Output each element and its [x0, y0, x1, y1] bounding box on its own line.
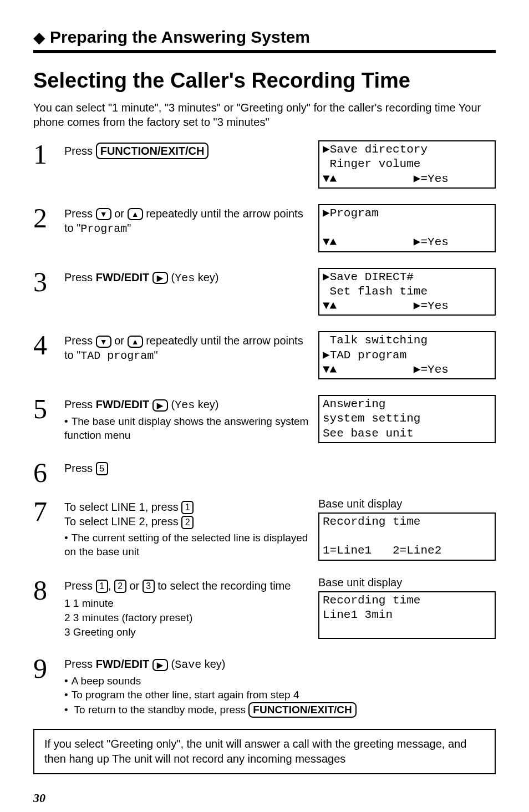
step-notes: A beep sounds To program the other line,…	[64, 674, 496, 718]
step-body: Press 5	[64, 459, 309, 476]
lcd-line: Line1 3min	[323, 608, 491, 622]
step-6: 6 Press 5	[33, 459, 496, 486]
lcd-screen: Talk switching ▶TAD program ▼▲ ▶=Yes	[318, 331, 496, 379]
steps-list: 1 Press FUNCTION/EXIT/CH ▶Save directory…	[33, 140, 496, 718]
lcd-line: ▼▲ ▶=Yes	[323, 172, 491, 186]
step-text: To select LINE 2, press	[64, 515, 181, 527]
step-display: Base unit display Recording time Line1 3…	[318, 576, 496, 644]
key-5: 5	[96, 462, 108, 475]
step-8: 8 Press 1, 2 or 3 to select the recordin…	[33, 576, 496, 644]
fwd-edit-label: FWD/EDIT	[96, 398, 150, 410]
lcd-line: See base unit	[323, 427, 491, 441]
program-word: TAD program	[80, 349, 154, 362]
section-divider	[33, 50, 496, 53]
step-text: or	[114, 207, 127, 220]
lcd-line: Ringer volume	[323, 157, 491, 171]
key-3: 3	[143, 580, 155, 593]
lcd-line: ▶Save DIRECT#	[323, 270, 491, 285]
step-body: Press ▼ or ▲ repeatedly until the arrow …	[64, 331, 309, 363]
step-1: 1 Press FUNCTION/EXIT/CH ▶Save directory…	[33, 140, 496, 193]
step-text: or	[114, 334, 127, 347]
step-display: ▶Save directory Ringer volume ▼▲ ▶=Yes	[318, 140, 496, 193]
function-exit-ch-key: FUNCTION/EXIT/CH	[96, 143, 209, 159]
step-body: Press ▼ or ▲ repeatedly until the arrow …	[64, 204, 309, 236]
down-arrow-key: ▼	[96, 336, 111, 348]
step-text: Press	[64, 658, 96, 670]
lcd-screen: ▶Save directory Ringer volume ▼▲ ▶=Yes	[318, 140, 496, 189]
step-5: 5 Press FWD/EDIT ▶ (Yes key) The base un…	[33, 395, 496, 448]
note-box: If you select "Greeting only", the unit …	[33, 729, 496, 774]
step-text: "	[154, 349, 157, 361]
option-item: 3 Greeting only	[64, 625, 309, 640]
step-number: 6	[33, 459, 55, 486]
step-notes: The base unit display shows the answerin…	[64, 415, 309, 442]
program-word: Program	[80, 222, 127, 235]
lcd-screen: ▶Program ▼▲ ▶=Yes	[318, 204, 496, 252]
step-number: 2	[33, 204, 55, 232]
key-2: 2	[114, 580, 126, 593]
step-display: Answering system setting See base unit	[318, 395, 496, 448]
lcd-line: ▼▲ ▶=Yes	[323, 235, 491, 250]
step-number: 3	[33, 268, 55, 296]
lcd-line: Talk switching	[323, 333, 491, 348]
lcd-caption: Base unit display	[318, 576, 496, 589]
step-2: 2 Press ▼ or ▲ repeatedly until the arro…	[33, 204, 496, 257]
step-notes: The current setting of the selected line…	[64, 531, 309, 559]
step-number: 9	[33, 654, 55, 682]
step-body: To select LINE 1, press 1 To select LINE…	[64, 498, 309, 559]
step-text: Press	[64, 580, 96, 592]
step-9: 9 Press FWD/EDIT ▶ (Save key) A beep sou…	[33, 654, 496, 718]
option-item: 2 3 minutes (factory preset)	[64, 611, 309, 625]
step-body: Press 1, 2 or 3 to select the recording …	[64, 576, 309, 640]
step-body: Press FWD/EDIT ▶ (Yes key) The base unit…	[64, 395, 309, 442]
step-display: ▶Save DIRECT# Set flash time ▼▲ ▶=Yes	[318, 268, 496, 321]
lcd-screen: ▶Save DIRECT# Set flash time ▼▲ ▶=Yes	[318, 268, 496, 316]
lcd-line: 1=Line1 2=Line2	[323, 544, 491, 558]
section-title: Preparing the Answering System	[50, 28, 310, 47]
key-1: 1	[181, 501, 194, 514]
step-body: Press FWD/EDIT ▶ (Save key) A beep sound…	[64, 654, 496, 718]
step-display: Talk switching ▶TAD program ▼▲ ▶=Yes	[318, 331, 496, 384]
option-item: 1 1 minute	[64, 596, 309, 611]
up-arrow-key: ▲	[128, 336, 143, 348]
step-note: To return to the standby mode, press FUN…	[64, 702, 496, 718]
up-arrow-key: ▲	[128, 208, 143, 220]
lcd-caption: Base unit display	[318, 498, 496, 510]
step-body: Press FUNCTION/EXIT/CH	[64, 140, 309, 159]
step-number: 4	[33, 331, 55, 359]
lcd-line: ▶Save directory	[323, 143, 491, 157]
fwd-edit-label: FWD/EDIT	[96, 658, 150, 670]
step-note: A beep sounds	[64, 674, 496, 688]
lcd-line: ▶Program	[323, 206, 491, 221]
step-note: The base unit display shows the answerin…	[64, 415, 309, 442]
step-text: key)	[201, 658, 225, 670]
lcd-line	[323, 622, 491, 637]
step-body: Press FWD/EDIT ▶ (Yes key)	[64, 268, 309, 286]
play-key: ▶	[152, 272, 168, 284]
lcd-screen: Answering system setting See base unit	[318, 395, 496, 443]
section-header: ◆ Preparing the Answering System	[33, 28, 496, 47]
step-display: Base unit display Recording time 1=Line1…	[318, 498, 496, 565]
lcd-line: Set flash time	[323, 285, 491, 299]
function-exit-ch-key: FUNCTION/EXIT/CH	[248, 702, 356, 718]
step-7: 7 To select LINE 1, press 1 To select LI…	[33, 498, 496, 565]
key-1: 1	[96, 580, 108, 593]
step-text: or	[129, 580, 142, 592]
step-4: 4 Press ▼ or ▲ repeatedly until the arro…	[33, 331, 496, 384]
step-number: 7	[33, 498, 55, 525]
step-text: Press	[64, 462, 96, 474]
step-text: key)	[195, 271, 218, 283]
step-note: The current setting of the selected line…	[64, 531, 309, 559]
lcd-screen: Recording time Line1 3min	[318, 591, 496, 640]
intro-text: You can select "1 minute", "3 minutes" o…	[33, 100, 496, 129]
step-text: Press	[64, 334, 96, 347]
step-text: Press	[64, 207, 96, 220]
save-word: Save	[175, 658, 201, 671]
down-arrow-key: ▼	[96, 208, 111, 220]
play-key: ▶	[152, 659, 168, 671]
step-text: Press	[64, 145, 96, 157]
lcd-line: ▼▲ ▶=Yes	[323, 299, 491, 313]
lcd-line: ▼▲ ▶=Yes	[323, 363, 491, 377]
lcd-line: Answering	[323, 397, 491, 412]
step-text: Press	[64, 271, 96, 283]
